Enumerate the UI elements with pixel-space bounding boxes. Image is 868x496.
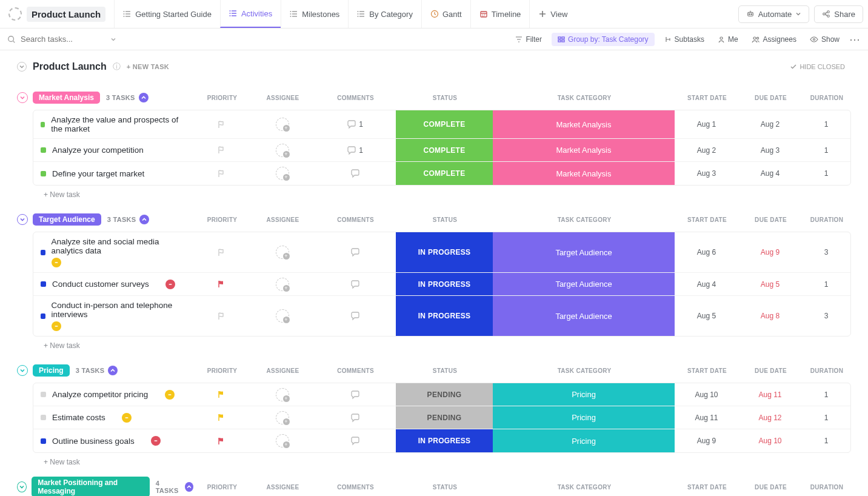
chevron-down-icon[interactable] <box>110 36 116 42</box>
search-input[interactable] <box>21 35 105 44</box>
comments-cell[interactable]: 1 <box>314 139 396 161</box>
assignee-cell[interactable] <box>250 232 314 272</box>
group-sort-button[interactable] <box>139 93 149 102</box>
group-name-pill[interactable]: Pricing <box>33 364 70 377</box>
task-row[interactable]: Define your target market COMPLETE Marke… <box>33 162 850 185</box>
info-icon[interactable]: ⓘ <box>113 61 121 72</box>
task-row[interactable]: Outline business goals IN PROGRESS Prici… <box>33 429 850 452</box>
assignee-cell[interactable] <box>250 110 314 138</box>
duration-cell[interactable]: 1 <box>802 429 850 452</box>
status-square-icon[interactable] <box>41 122 45 127</box>
show-button[interactable]: Show <box>806 33 843 46</box>
status-cell[interactable]: COMPLETE <box>396 162 493 185</box>
group-name-pill[interactable]: Target Audience <box>33 213 101 226</box>
start-date-cell[interactable]: Aug 2 <box>675 139 738 161</box>
col-header-start[interactable]: START DATE <box>675 484 739 491</box>
due-date-cell[interactable]: Aug 12 <box>738 406 802 429</box>
assignee-cell[interactable] <box>250 273 314 295</box>
new-task-row-button[interactable]: + New task <box>17 453 851 466</box>
col-header-assignee[interactable]: ASSIGNEE <box>251 367 315 374</box>
comments-cell[interactable] <box>314 232 396 272</box>
task-row[interactable]: Analyze your competition 1 COMPLETE Mark… <box>33 139 850 162</box>
start-date-cell[interactable]: Aug 1 <box>675 110 738 138</box>
assignee-cell[interactable] <box>250 383 314 406</box>
status-cell[interactable]: COMPLETE <box>396 110 493 138</box>
due-date-cell[interactable]: Aug 11 <box>738 383 802 406</box>
category-cell[interactable]: Pricing <box>493 383 675 406</box>
priority-cell[interactable] <box>193 429 250 452</box>
assignee-cell[interactable] <box>250 429 314 452</box>
group-collapse-button[interactable] <box>17 365 28 376</box>
col-header-duration[interactable]: DURATION <box>803 216 851 223</box>
due-date-cell[interactable]: Aug 8 <box>738 296 802 336</box>
col-header-start[interactable]: START DATE <box>675 367 739 374</box>
col-header-status[interactable]: STATUS <box>396 484 493 491</box>
start-date-cell[interactable]: Aug 5 <box>675 296 738 336</box>
col-header-due[interactable]: DUE DATE <box>739 367 803 374</box>
comments-cell[interactable] <box>314 406 396 429</box>
duration-cell[interactable]: 1 <box>802 383 850 406</box>
col-header-comments[interactable]: COMMENTS <box>315 216 396 223</box>
assignee-cell[interactable] <box>250 406 314 429</box>
comments-cell[interactable] <box>314 273 396 295</box>
tab-activities[interactable]: Activities <box>220 0 281 28</box>
due-date-cell[interactable]: Aug 2 <box>738 110 802 138</box>
new-task-row-button[interactable]: + New task <box>17 337 851 350</box>
comments-cell[interactable] <box>314 296 396 336</box>
group-sort-button[interactable] <box>139 215 149 224</box>
collapse-all-button[interactable] <box>17 62 27 72</box>
task-row[interactable]: Estimate costs PENDING Pricing Aug 11 Au… <box>33 406 850 429</box>
col-header-start[interactable]: START DATE <box>675 216 739 223</box>
comments-cell[interactable]: 1 <box>314 110 396 138</box>
due-date-cell[interactable]: Aug 5 <box>738 273 802 295</box>
task-row[interactable]: Conduct in-person and telephone intervie… <box>33 296 850 336</box>
subtasks-button[interactable]: Subtasks <box>661 33 708 46</box>
duration-cell[interactable]: 1 <box>802 162 850 185</box>
search-wrap[interactable] <box>7 35 116 44</box>
priority-cell[interactable] <box>193 273 250 295</box>
due-date-cell[interactable]: Aug 10 <box>738 429 802 452</box>
col-header-duration[interactable]: DURATION <box>803 484 851 491</box>
new-task-row-button[interactable]: + New task <box>17 186 851 199</box>
category-cell[interactable]: Pricing <box>493 429 675 452</box>
comments-cell[interactable] <box>314 383 396 406</box>
group-collapse-button[interactable] <box>17 481 27 492</box>
new-task-button[interactable]: + NEW TASK <box>127 63 169 70</box>
comments-cell[interactable] <box>314 162 396 185</box>
category-cell[interactable]: Market Analysis <box>493 139 675 161</box>
status-cell[interactable]: PENDING <box>396 383 493 406</box>
start-date-cell[interactable]: Aug 9 <box>675 429 738 452</box>
start-date-cell[interactable]: Aug 3 <box>675 162 738 185</box>
col-header-assignee[interactable]: ASSIGNEE <box>251 484 315 491</box>
col-header-priority[interactable]: PRIORITY <box>193 95 251 101</box>
filter-button[interactable]: Filter <box>512 33 546 46</box>
assignee-cell[interactable] <box>250 139 314 161</box>
duration-cell[interactable]: 1 <box>802 406 850 429</box>
assignee-cell[interactable] <box>250 296 314 336</box>
task-row[interactable]: Analyze site and social media analytics … <box>33 232 850 273</box>
status-square-icon[interactable] <box>41 438 46 444</box>
col-header-category[interactable]: TASK CATEGORY <box>493 367 675 374</box>
status-cell[interactable]: IN PROGRESS <box>396 296 493 336</box>
due-date-cell[interactable]: Aug 3 <box>738 139 802 161</box>
col-header-comments[interactable]: COMMENTS <box>315 95 396 101</box>
board-title[interactable]: Product Launch <box>27 7 105 22</box>
hide-closed-button[interactable]: HIDE CLOSED <box>790 63 851 70</box>
priority-cell[interactable] <box>193 110 250 138</box>
comments-cell[interactable] <box>314 429 396 452</box>
tab-milestones[interactable]: Milestones <box>281 0 348 28</box>
col-header-priority[interactable]: PRIORITY <box>193 367 251 374</box>
col-header-category[interactable]: TASK CATEGORY <box>493 95 675 101</box>
status-cell[interactable]: COMPLETE <box>396 139 493 161</box>
status-square-icon[interactable] <box>41 415 46 420</box>
status-cell[interactable]: IN PROGRESS <box>396 232 493 272</box>
status-square-icon[interactable] <box>41 313 45 319</box>
duration-cell[interactable]: 1 <box>802 110 850 138</box>
col-header-status[interactable]: STATUS <box>396 367 493 374</box>
priority-cell[interactable] <box>193 383 250 406</box>
col-header-assignee[interactable]: ASSIGNEE <box>251 95 315 101</box>
task-row[interactable]: Conduct customer surveys IN PROGRESS Tar… <box>33 273 850 296</box>
category-cell[interactable]: Market Analysis <box>493 110 675 138</box>
assignee-cell[interactable] <box>250 162 314 185</box>
priority-cell[interactable] <box>193 406 250 429</box>
